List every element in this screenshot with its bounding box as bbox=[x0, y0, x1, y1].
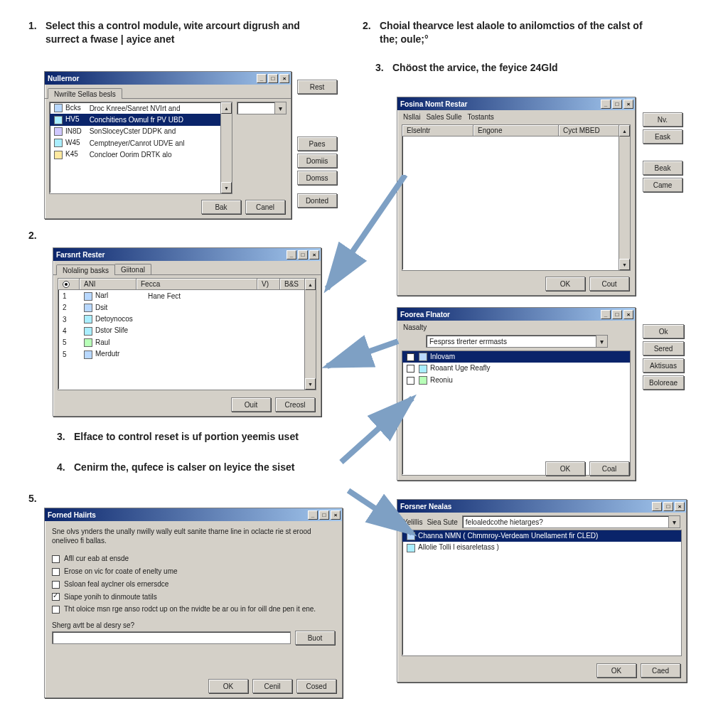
list-item[interactable]: Allolie Tolli l eisareletass ) bbox=[402, 542, 681, 553]
tab-1[interactable]: Nolaling basks bbox=[56, 264, 115, 275]
ok-button[interactable]: OK bbox=[208, 679, 248, 693]
checkbox[interactable] bbox=[52, 581, 60, 589]
ahtas-button[interactable]: Aktisuas bbox=[643, 358, 684, 373]
max-icon[interactable]: □ bbox=[612, 310, 622, 319]
list-item[interactable]: IN8DSonSloceyCster DDPK and bbox=[50, 126, 232, 137]
max-icon[interactable]: □ bbox=[319, 510, 329, 520]
close-icon[interactable]: × bbox=[623, 310, 633, 319]
min-icon[interactable]: _ bbox=[308, 510, 318, 520]
close-icon[interactable]: × bbox=[279, 74, 289, 83]
domis-button[interactable]: Domiis bbox=[297, 154, 337, 168]
ok-button[interactable]: OK bbox=[545, 277, 585, 291]
list-item[interactable]: Channa NMN ( Chmmroy-Verdeam Unellament … bbox=[402, 530, 681, 542]
nx-button[interactable]: Nv. bbox=[643, 112, 682, 127]
checkbox[interactable] bbox=[407, 377, 414, 385]
list-item[interactable]: K45Concloer Oorim DRTK alo bbox=[50, 149, 232, 160]
came-button[interactable]: Came bbox=[643, 178, 682, 192]
sered-button[interactable]: Sered bbox=[643, 341, 684, 355]
checkbox-row[interactable]: Afll cur eab at ensde bbox=[52, 552, 335, 565]
titlebar: Fosina Nomt Restar _□× bbox=[397, 97, 635, 110]
cancel-button[interactable]: Creosl bbox=[275, 397, 315, 412]
window-b: Farsnrt Rester _□× Nolaling basks Giiton… bbox=[53, 247, 321, 417]
list-item[interactable]: W45Cemptneyer/Canrot UDVE anl bbox=[50, 137, 232, 149]
paes-button[interactable]: Paes bbox=[297, 136, 337, 151]
radio-all[interactable] bbox=[63, 281, 70, 288]
back-button[interactable]: Bak bbox=[201, 200, 241, 214]
scrollbar[interactable]: ▲ ▼ bbox=[220, 102, 232, 193]
list-item[interactable]: HV5Conchitiens Ownul fr PV UBD bbox=[50, 114, 232, 125]
min-icon[interactable]: _ bbox=[287, 250, 296, 259]
checkbox-row[interactable]: Ssloan feal ayclner ols ernersdce bbox=[52, 578, 335, 591]
close-icon[interactable]: × bbox=[309, 250, 319, 259]
scroll-down-icon[interactable]: ▼ bbox=[221, 182, 232, 193]
out-button[interactable]: Ouit bbox=[231, 397, 271, 412]
scrollbar[interactable]: ▲ ▼ bbox=[304, 279, 316, 390]
step-1: 1. Select this a control module, wite ar… bbox=[28, 19, 320, 46]
title-text: Fosina Nomt Restar bbox=[400, 100, 467, 108]
checkbox[interactable] bbox=[52, 555, 60, 563]
max-icon[interactable]: □ bbox=[612, 100, 622, 109]
eak-button[interactable]: Eask bbox=[643, 129, 682, 144]
list-item[interactable]: 4Dstor Slife bbox=[58, 325, 316, 336]
step-5-num: 5. bbox=[28, 492, 38, 505]
close-icon[interactable]: × bbox=[675, 502, 685, 511]
min-icon[interactable]: _ bbox=[601, 100, 611, 109]
list-item[interactable]: 5Merdutr bbox=[58, 348, 316, 360]
window-buttons: _□× bbox=[308, 510, 341, 520]
scroll-up-icon[interactable]: ▲ bbox=[221, 102, 232, 114]
scroll-down-icon[interactable]: ▼ bbox=[305, 378, 316, 390]
checkbox-row[interactable]: Erose on vic for coate of enelty ume bbox=[52, 565, 335, 578]
cancel-button[interactable]: Coal bbox=[589, 461, 629, 476]
bak-button[interactable]: Beak bbox=[643, 161, 682, 175]
target-dropdown[interactable]: feloaledcothe hietarges?▾ bbox=[462, 515, 680, 528]
scroll-up-icon[interactable]: ▲ bbox=[305, 279, 316, 290]
ok-button[interactable]: OK bbox=[545, 461, 585, 476]
list-item[interactable]: Inlovam bbox=[402, 351, 630, 363]
domis2-button[interactable]: Domss bbox=[297, 171, 337, 185]
min-icon[interactable]: _ bbox=[257, 74, 267, 83]
max-icon[interactable]: □ bbox=[663, 502, 673, 511]
tab-bar: Nolaling basks Giitonal bbox=[53, 261, 321, 275]
cancel-button[interactable]: Caed bbox=[641, 663, 680, 678]
tab-2[interactable]: Giitonal bbox=[114, 264, 151, 274]
preset-dropdown[interactable]: Fesprss tlrerter errmasts▾ bbox=[426, 335, 608, 348]
list-item[interactable]: 1NarlHane Fect bbox=[58, 290, 316, 301]
scrollbar[interactable]: ▲▼ bbox=[619, 125, 630, 270]
max-icon[interactable]: □ bbox=[268, 74, 278, 83]
close-button[interactable]: Cosed bbox=[296, 679, 336, 693]
botored-button[interactable]: Boloreae bbox=[643, 375, 684, 390]
list-item[interactable]: Roaant Uge Reafly bbox=[402, 363, 630, 374]
checkbox[interactable] bbox=[52, 568, 60, 576]
checkbox[interactable] bbox=[407, 365, 414, 373]
close-icon[interactable]: × bbox=[331, 510, 341, 520]
max-icon[interactable]: □ bbox=[298, 250, 308, 259]
chevron-down-icon: ▾ bbox=[596, 336, 607, 347]
checkbox[interactable] bbox=[52, 606, 60, 614]
cancel-button[interactable]: Cenil bbox=[252, 679, 292, 693]
checkbox-row[interactable]: Tht oloice msn rge anso rodct up on the … bbox=[52, 603, 335, 616]
list-item[interactable]: 2Dsit bbox=[58, 302, 316, 314]
titlebar: Foorea Flnator _□× bbox=[397, 308, 635, 321]
scroll-down-icon[interactable]: ▼ bbox=[619, 259, 630, 270]
cancel-button[interactable]: Canel bbox=[245, 200, 285, 214]
ok-side-button[interactable]: Ok bbox=[643, 324, 684, 338]
checkbox-row[interactable]: Siape yonih to dinmoute tatils bbox=[52, 591, 335, 604]
filter-dropdown[interactable]: ▾ bbox=[237, 102, 287, 114]
answer-input[interactable] bbox=[52, 631, 291, 644]
list-item[interactable]: 5Raul bbox=[58, 337, 316, 348]
reset-button[interactable]: Rest bbox=[297, 80, 337, 94]
close-icon[interactable]: × bbox=[623, 100, 633, 109]
tab-main[interactable]: Nwrilte Sellas besls bbox=[48, 88, 122, 99]
donted-button[interactable]: Donted bbox=[297, 193, 337, 208]
set-button[interactable]: Buot bbox=[295, 631, 335, 645]
ok-button[interactable]: OK bbox=[596, 663, 636, 678]
min-icon[interactable]: _ bbox=[601, 310, 611, 319]
scroll-up-icon[interactable]: ▲ bbox=[619, 125, 630, 136]
list-item[interactable]: BcksDroc Knree/Sanret NVIrt and bbox=[50, 102, 232, 114]
min-icon[interactable]: _ bbox=[652, 502, 662, 511]
cancel-button[interactable]: Cout bbox=[589, 277, 629, 291]
checkbox[interactable] bbox=[407, 353, 414, 361]
list-item[interactable]: Reoniu bbox=[402, 375, 630, 386]
list-item[interactable]: 3Detoynocos bbox=[58, 314, 316, 325]
checkbox[interactable] bbox=[52, 593, 60, 601]
